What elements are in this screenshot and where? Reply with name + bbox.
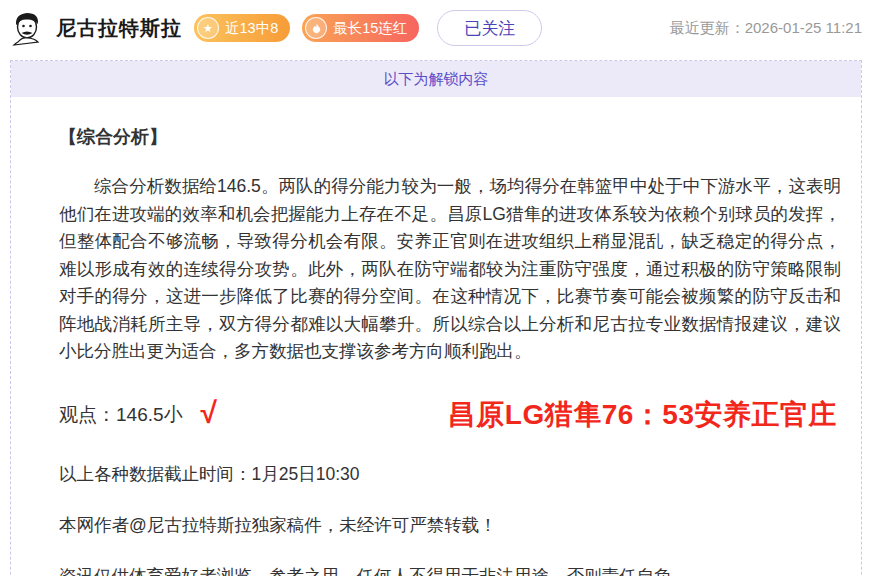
last-updated-text: 最近更新：2026-01-25 11:21 [670,19,862,38]
author-name: 尼古拉特斯拉 [56,15,182,42]
copyright-text: 本网作者@尼古拉特斯拉独家稿件，未经许可严禁转载！ [59,513,841,537]
badge-recent-hits-label: 近13中8 [225,19,278,38]
author-avatar[interactable] [8,9,46,47]
badge-recent-hits: ★ 近13中8 [194,14,290,42]
unlocked-content-box: 以下为解锁内容 【综合分析】 综合分析数据给146.5。两队的得分能力较为一般，… [10,60,862,576]
data-deadline-text: 以上各种数据截止时间：1月25日10:30 [59,462,841,486]
viewpoint-text: 观点：146.5小 [59,402,183,428]
unlock-banner: 以下为解锁内容 [11,61,861,97]
analysis-article: 【综合分析】 综合分析数据给146.5。两队的得分能力较为一般，场均得分在韩篮甲… [11,97,861,576]
flame-icon [305,17,327,39]
avatar-cartoon-face-icon [8,9,46,47]
analysis-paragraph: 综合分析数据给146.5。两队的得分能力较为一般，场均得分在韩篮甲中处于中下游水… [59,173,841,366]
followed-button[interactable]: 已关注 [437,10,542,46]
final-score-text: 昌原LG猎隼76：53安养正官庄 [448,396,837,434]
badge-longest-streak: 最长15连红 [302,14,419,42]
viewpoint-row: 观点：146.5小 √ 昌原LG猎隼76：53安养正官庄 [59,396,841,434]
author-header: 尼古拉特斯拉 ★ 近13中8 最长15连红 已关注 最近更新：2026-01-2… [0,0,874,56]
section-title: 【综合分析】 [59,125,841,149]
star-icon: ★ [197,17,219,39]
disclaimer-text: 资讯仅供体育爱好者浏览、参考之用。任何人不得用于非法用途，否则责任自负。 [59,564,841,576]
badge-longest-streak-label: 最长15连红 [333,19,407,38]
win-check-icon: √ [201,398,217,428]
